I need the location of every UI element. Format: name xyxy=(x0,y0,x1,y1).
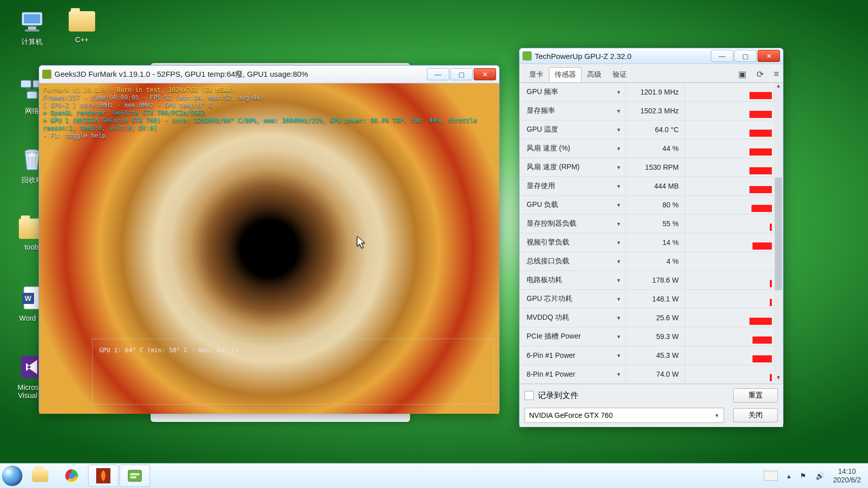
sensor-name[interactable]: GPU 负载▼ xyxy=(519,200,625,209)
sensor-value: 4 % xyxy=(625,252,685,270)
sensor-row[interactable]: MVDDQ 功耗▼25.6 W xyxy=(519,309,774,327)
sensor-value: 80 % xyxy=(625,196,685,214)
window-title: TechPowerUp GPU-Z 2.32.0 xyxy=(535,52,631,60)
furmark-render-area[interactable]: FurMark v1.19.1.0 - Burn-in test, 1024x7… xyxy=(39,83,499,414)
sensor-row[interactable]: PCIe 插槽 Power▼59.3 W xyxy=(519,327,774,346)
furmark-titlebar[interactable]: Geeks3D FurMark v1.19.1.0 - 52FPS, GPU1 … xyxy=(39,66,499,83)
sensor-name[interactable]: PCIe 插槽 Power▼ xyxy=(519,332,625,341)
sensor-row[interactable]: 风扇 速度 (%)▼44 % xyxy=(519,139,774,158)
overlay-line: - F1: toggle help xyxy=(43,132,495,140)
gpu-selector-dropdown[interactable]: NVIDIA GeForce GTX 760 ▼ xyxy=(525,408,724,423)
sensor-name[interactable]: GPU 温度▼ xyxy=(519,125,625,134)
sensor-name[interactable]: 显存频率▼ xyxy=(519,106,625,115)
sensor-name[interactable]: 电路板功耗▼ xyxy=(519,276,625,285)
sensor-value: 1530 RPM xyxy=(625,158,685,176)
sensor-value: 74.0 W xyxy=(625,365,685,383)
folder-icon xyxy=(69,11,95,32)
sensor-row[interactable]: 显存频率▼1502.3 MHz xyxy=(519,102,774,120)
sensor-row[interactable]: 视频引擎负载▼14 % xyxy=(519,233,774,252)
scroll-thumb[interactable] xyxy=(775,177,782,290)
sensor-row[interactable]: GPU 芯片功耗▼148.1 W xyxy=(519,290,774,309)
desktop-cpp-folder[interactable]: C++ xyxy=(59,7,105,44)
screenshot-icon[interactable]: ▣ xyxy=(738,69,746,80)
sensor-name[interactable]: 6-Pin #1 Power▼ xyxy=(519,351,625,359)
desktop-computer-icon[interactable]: 计算机 xyxy=(9,7,55,47)
tray-clock[interactable]: 14:10 2020/6/2 xyxy=(833,467,861,484)
sensor-name[interactable]: MVDDQ 功耗▼ xyxy=(519,313,625,322)
tray-lang-icon[interactable] xyxy=(764,471,778,481)
sensor-value: 64.0 °C xyxy=(625,120,685,139)
sensor-row[interactable]: 8-Pin #1 Power▼74.0 W xyxy=(519,365,774,384)
close-app-button[interactable]: 关闭 xyxy=(733,408,778,422)
sensor-value: 1502.3 MHz xyxy=(625,102,685,120)
computer-icon xyxy=(18,7,46,36)
sensor-graph xyxy=(685,102,774,120)
log-to-file-checkbox[interactable] xyxy=(525,391,534,400)
sensor-name[interactable]: 视频引擎负载▼ xyxy=(519,238,625,247)
sensor-row[interactable]: 风扇 速度 (RPM)▼1530 RPM xyxy=(519,158,774,177)
sensor-row[interactable]: 电路板功耗▼178.6 W xyxy=(519,271,774,290)
chevron-down-icon: ▼ xyxy=(616,127,621,133)
taskbar-explorer[interactable] xyxy=(25,465,55,487)
scroll-down-arrow[interactable]: ▼ xyxy=(774,375,783,384)
menu-icon[interactable]: ≡ xyxy=(774,69,779,80)
close-button[interactable]: ✕ xyxy=(758,50,780,62)
svg-rect-2 xyxy=(28,26,36,29)
taskbar[interactable]: ▴ ⚑ 🔊 14:10 2020/6/2 xyxy=(0,463,868,488)
minimize-button[interactable]: — xyxy=(427,68,449,80)
tray-volume-icon[interactable]: 🔊 xyxy=(816,472,824,480)
sensor-name[interactable]: 总线接口负载▼ xyxy=(519,257,625,266)
sensor-row[interactable]: 显存控制器负载▼55 % xyxy=(519,215,774,233)
tray-action-center-icon[interactable]: ⚑ xyxy=(800,472,806,480)
sensor-graph xyxy=(685,327,774,346)
gpuz-window[interactable]: TechPowerUp GPU-Z 2.32.0 — ▢ ✕ 显卡 传感器 高级… xyxy=(519,48,784,427)
maximize-button[interactable]: ▢ xyxy=(734,50,757,62)
sensor-name[interactable]: 8-Pin #1 Power▼ xyxy=(519,370,625,378)
chevron-down-icon: ▼ xyxy=(616,108,621,114)
sensor-value: 44 % xyxy=(625,139,685,158)
sensor-graph xyxy=(685,290,774,308)
mouse-cursor xyxy=(357,236,366,249)
refresh-icon[interactable]: ⟳ xyxy=(757,69,764,80)
tab-advanced[interactable]: 高级 xyxy=(582,67,607,82)
start-button[interactable] xyxy=(0,464,24,488)
sensor-name[interactable]: GPU 频率▼ xyxy=(519,87,625,97)
sensor-name[interactable]: 显存控制器负载▼ xyxy=(519,219,625,228)
desktop-icon-label: 计算机 xyxy=(21,38,43,46)
reset-button[interactable]: 重置 xyxy=(733,388,778,403)
clock-date: 2020/6/2 xyxy=(833,476,861,484)
tab-sensors[interactable]: 传感器 xyxy=(549,67,582,82)
gpuz-titlebar[interactable]: TechPowerUp GPU-Z 2.32.0 — ▢ ✕ xyxy=(519,48,783,64)
sensor-row[interactable]: GPU 频率▼1201.9 MHz xyxy=(519,83,774,102)
taskbar-browser[interactable] xyxy=(56,465,87,487)
sensor-name[interactable]: 风扇 速度 (RPM)▼ xyxy=(519,163,625,172)
tray-show-hidden-icon[interactable]: ▴ xyxy=(787,472,791,480)
sensor-graph xyxy=(685,346,774,364)
taskbar-furmark[interactable] xyxy=(88,465,119,487)
chevron-down-icon: ▼ xyxy=(616,240,621,246)
sensor-name[interactable]: 显存使用▼ xyxy=(519,181,625,191)
tab-validate[interactable]: 验证 xyxy=(607,67,632,82)
furmark-window[interactable]: Geeks3D FurMark v1.19.1.0 - 52FPS, GPU1 … xyxy=(39,65,500,414)
minimize-button[interactable]: — xyxy=(711,50,733,62)
sensor-value: 14 % xyxy=(625,233,685,252)
svg-rect-16 xyxy=(128,470,141,481)
vertical-scrollbar[interactable]: ▲ ▼ xyxy=(774,83,783,384)
taskbar-gpuz[interactable] xyxy=(120,465,150,487)
sensor-row[interactable]: GPU 温度▼64.0 °C xyxy=(519,120,774,139)
sensor-row[interactable]: 6-Pin #1 Power▼45.3 W xyxy=(519,346,774,365)
sensor-row[interactable]: 总线接口负载▼4 % xyxy=(519,252,774,271)
sensor-graph xyxy=(685,271,774,289)
sensor-row[interactable]: GPU 负载▼80 % xyxy=(519,196,774,215)
scroll-up-arrow[interactable]: ▲ xyxy=(774,83,783,92)
tab-graphics-card[interactable]: 显卡 xyxy=(524,67,549,82)
maximize-button[interactable]: ▢ xyxy=(450,68,473,80)
sensor-list: GPU 频率▼1201.9 MHz显存频率▼1502.3 MHzGPU 温度▼6… xyxy=(519,83,783,384)
sensor-graph xyxy=(685,309,774,327)
sensor-name[interactable]: 风扇 速度 (%)▼ xyxy=(519,144,625,153)
sensor-value: 55 % xyxy=(625,215,685,233)
close-button[interactable]: ✕ xyxy=(474,68,496,80)
sensor-name[interactable]: GPU 芯片功耗▼ xyxy=(519,294,625,303)
system-tray: ▴ ⚑ 🔊 14:10 2020/6/2 xyxy=(764,467,869,484)
sensor-row[interactable]: 显存使用▼444 MB xyxy=(519,177,774,196)
